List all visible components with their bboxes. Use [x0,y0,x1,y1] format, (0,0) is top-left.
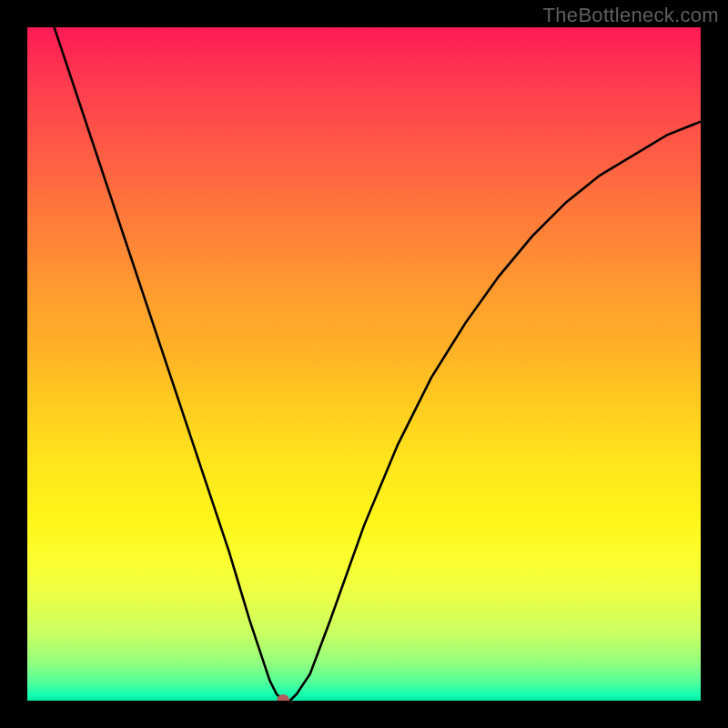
watermark-text: TheBottleneck.com [543,4,719,27]
bottleneck-curve [27,27,701,701]
plot-area [27,27,701,701]
chart-frame: TheBottleneck.com [0,0,728,728]
curve-layer [27,27,701,701]
